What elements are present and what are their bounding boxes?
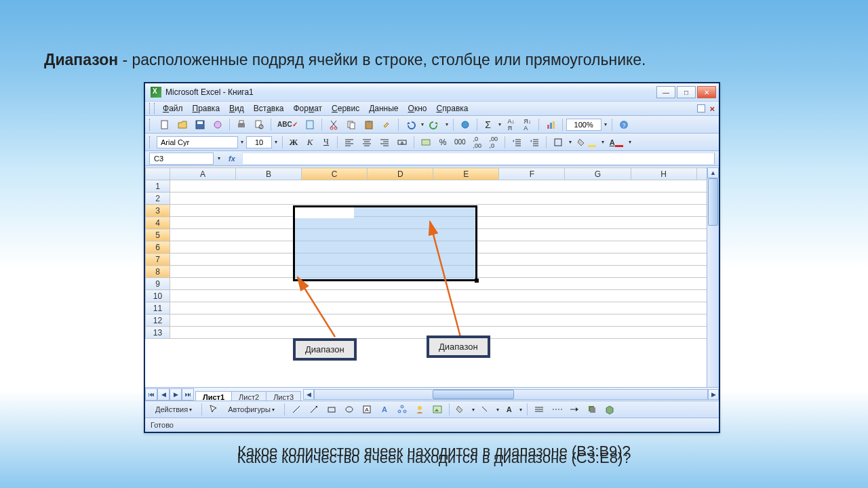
font-dropdown-icon[interactable]: ▾ bbox=[239, 139, 245, 145]
redo-icon[interactable] bbox=[427, 118, 443, 131]
row-header[interactable]: 11 bbox=[146, 302, 170, 314]
picture-icon[interactable] bbox=[429, 403, 446, 416]
percent-icon[interactable]: % bbox=[435, 136, 450, 149]
textbox-icon[interactable]: A bbox=[359, 403, 375, 416]
col-header-B[interactable]: B bbox=[236, 168, 302, 180]
decrease-indent-icon[interactable] bbox=[509, 136, 525, 149]
line-color-icon[interactable] bbox=[477, 403, 494, 416]
borders-dropdown-icon[interactable]: ▾ bbox=[568, 139, 573, 145]
minimize-button[interactable]: — bbox=[656, 86, 675, 98]
hyperlink-icon[interactable] bbox=[457, 118, 473, 131]
decrease-decimal-icon[interactable]: ,00,0 bbox=[486, 136, 501, 149]
row-header[interactable]: 4 bbox=[146, 217, 170, 229]
menu-edit[interactable]: Правка bbox=[189, 102, 224, 115]
row-header[interactable]: 2 bbox=[146, 192, 170, 205]
row-header[interactable]: 3 bbox=[146, 205, 170, 217]
menu-view[interactable]: Вид bbox=[225, 102, 248, 115]
row-header[interactable]: 12 bbox=[146, 314, 170, 327]
menu-data[interactable]: Данные bbox=[365, 102, 402, 115]
menu-format[interactable]: Формат bbox=[289, 102, 326, 115]
scroll-left-icon[interactable]: ◀ bbox=[303, 389, 314, 400]
align-left-icon[interactable] bbox=[341, 136, 357, 149]
col-header-A[interactable]: A bbox=[170, 168, 236, 180]
col-header-G[interactable]: G bbox=[565, 168, 631, 180]
font-color-draw-icon[interactable]: A bbox=[502, 403, 517, 416]
row-header[interactable]: 7 bbox=[146, 253, 170, 266]
help-icon[interactable]: ? bbox=[616, 118, 632, 131]
3d-icon[interactable] bbox=[601, 403, 618, 416]
increase-decimal-icon[interactable]: ,0,00 bbox=[470, 136, 485, 149]
fill-color-draw-icon[interactable] bbox=[453, 403, 469, 416]
name-box[interactable]: C3 bbox=[149, 152, 214, 165]
menu-help[interactable]: Справка bbox=[432, 102, 472, 115]
spellcheck-icon[interactable]: ABC✓ bbox=[275, 118, 300, 131]
currency-icon[interactable] bbox=[418, 136, 434, 149]
namebox-dropdown-icon[interactable]: ▾ bbox=[216, 155, 222, 161]
format-painter-icon[interactable] bbox=[378, 118, 395, 131]
tab-last-icon[interactable]: ⏭ bbox=[182, 388, 194, 401]
arrow-icon[interactable] bbox=[306, 403, 322, 416]
sheet-tab-3[interactable]: Лист3 bbox=[266, 391, 301, 401]
comma-icon[interactable]: 000 bbox=[452, 136, 469, 149]
underline-button[interactable]: Ч bbox=[319, 136, 334, 149]
line-icon[interactable] bbox=[288, 403, 304, 416]
menu-window[interactable]: Окно bbox=[404, 102, 431, 115]
font-size-select[interactable]: 10 bbox=[246, 136, 272, 148]
cut-icon[interactable] bbox=[326, 118, 342, 131]
sheet-tab-2[interactable]: Лист2 bbox=[231, 391, 267, 401]
redo-dropdown-icon[interactable]: ▾ bbox=[444, 121, 450, 127]
fill-handle-icon[interactable] bbox=[475, 279, 479, 283]
col-header-D[interactable]: D bbox=[368, 168, 433, 180]
print-preview-icon[interactable] bbox=[251, 118, 267, 131]
permissions-icon[interactable] bbox=[210, 118, 226, 131]
select-all-corner[interactable] bbox=[146, 168, 170, 180]
diagram-icon[interactable] bbox=[394, 403, 410, 416]
italic-button[interactable]: К bbox=[302, 136, 317, 149]
vertical-scrollbar[interactable]: ▲ ▼ bbox=[707, 167, 719, 398]
col-header-F[interactable]: F bbox=[499, 168, 565, 180]
hscroll-thumb[interactable] bbox=[433, 390, 514, 399]
row-header[interactable]: 5 bbox=[146, 229, 170, 241]
fx-icon[interactable]: fx bbox=[224, 155, 239, 163]
new-icon[interactable] bbox=[157, 118, 173, 131]
align-right-icon[interactable] bbox=[376, 136, 393, 149]
col-header-C[interactable]: C bbox=[302, 168, 368, 180]
dash-style-icon[interactable] bbox=[549, 403, 565, 416]
research-icon[interactable] bbox=[302, 118, 318, 131]
doc-close-icon[interactable]: × bbox=[709, 104, 715, 114]
save-icon[interactable] bbox=[192, 118, 208, 131]
oval-icon[interactable] bbox=[341, 403, 357, 416]
menu-file[interactable]: Файл bbox=[159, 102, 187, 115]
row-header[interactable]: 1 bbox=[146, 180, 170, 192]
select-objects-icon[interactable] bbox=[205, 403, 222, 416]
rectangle-icon[interactable] bbox=[323, 403, 340, 416]
undo-icon[interactable] bbox=[402, 118, 418, 131]
fill-color-icon[interactable] bbox=[574, 136, 599, 149]
font-color-icon[interactable]: A bbox=[607, 136, 626, 149]
maximize-button[interactable]: □ bbox=[677, 86, 696, 98]
arrow-style-icon[interactable] bbox=[566, 403, 583, 416]
print-icon[interactable] bbox=[233, 118, 250, 131]
autosum-dropdown-icon[interactable]: ▾ bbox=[497, 121, 502, 127]
paste-icon[interactable] bbox=[361, 118, 377, 131]
bold-button[interactable]: Ж bbox=[286, 136, 301, 149]
merge-center-icon[interactable]: a bbox=[394, 136, 410, 149]
tab-next-icon[interactable]: ▶ bbox=[170, 388, 182, 401]
vscroll-thumb[interactable] bbox=[708, 178, 718, 226]
tab-prev-icon[interactable]: ◀ bbox=[157, 388, 170, 401]
row-header[interactable]: 10 bbox=[146, 290, 170, 302]
copy-icon[interactable] bbox=[343, 118, 359, 131]
drawing-actions-menu[interactable]: Действия ▾ bbox=[151, 403, 198, 416]
horizontal-scrollbar[interactable]: ◀ ▶ bbox=[303, 388, 719, 401]
line-style-icon[interactable] bbox=[531, 403, 547, 416]
borders-icon[interactable] bbox=[550, 136, 566, 149]
menubar-grip[interactable] bbox=[149, 103, 155, 114]
toolbar-grip-2[interactable] bbox=[149, 136, 153, 148]
fontcolor-dropdown-icon[interactable]: ▾ bbox=[627, 139, 633, 145]
menu-insert[interactable]: Вставка bbox=[250, 102, 288, 115]
menu-min-icon[interactable] bbox=[697, 104, 705, 113]
row-header[interactable]: 6 bbox=[146, 241, 170, 253]
row-header[interactable]: 13 bbox=[146, 327, 170, 339]
sheet-tab-1[interactable]: Лист1 bbox=[195, 391, 232, 401]
menu-tools[interactable]: Сервис bbox=[328, 102, 363, 115]
